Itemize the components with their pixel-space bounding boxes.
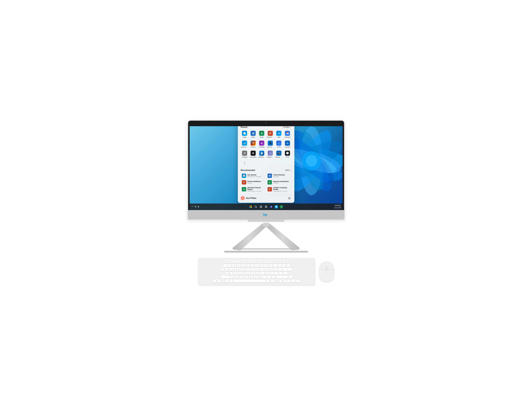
key-comma[interactable]: ,	[263, 275, 266, 279]
key-g[interactable]: G	[251, 271, 256, 275]
key-ctrl-left[interactable]: Ctrl	[213, 279, 220, 283]
more-button[interactable]: More ›	[284, 169, 291, 171]
rec-adatum[interactable]: P Adatum Company Profile Yesterday at 1:…	[266, 186, 291, 193]
key-space[interactable]	[233, 279, 266, 283]
mouse[interactable]	[319, 262, 334, 282]
key-x[interactable]: X	[235, 275, 239, 279]
rec-expense[interactable]: X Expense Worksheet 12h ago	[266, 179, 291, 185]
key-backspace[interactable]: ⌫	[282, 264, 290, 267]
key-c[interactable]: C	[240, 275, 244, 279]
user-info[interactable]: SP Sara Philips	[241, 196, 256, 200]
key-n[interactable]: N	[253, 275, 257, 279]
key-f10[interactable]: F10	[270, 260, 275, 263]
app-snipping[interactable]: ✂ Snipping Tool	[266, 150, 274, 159]
key-quote[interactable]: '	[279, 271, 283, 275]
key-t[interactable]: T	[246, 268, 250, 271]
taskbar-app-pinned[interactable]: X	[279, 205, 283, 209]
key-f[interactable]: F	[247, 271, 251, 275]
app-onenote[interactable]: N OneNote	[258, 140, 266, 149]
key-f4[interactable]: F4	[243, 260, 247, 263]
power-button[interactable]: ⏻	[287, 196, 291, 200]
key-fn[interactable]: Fn	[275, 279, 278, 283]
key-r[interactable]: R	[242, 268, 246, 271]
key-q[interactable]: Q	[228, 268, 232, 271]
systray-wifi[interactable]	[194, 205, 197, 208]
key-4[interactable]: 4	[241, 264, 245, 267]
key-m[interactable]: M	[258, 275, 262, 279]
key-f2[interactable]: F2	[234, 260, 238, 263]
key-f8[interactable]: F8	[261, 260, 265, 263]
key-slash[interactable]: /	[272, 275, 276, 279]
key-z[interactable]: Z	[230, 275, 235, 279]
rec-payroll[interactable]: X Quarterly Payroll Report Yesterday at …	[241, 186, 266, 193]
key-f3[interactable]: F3	[239, 260, 242, 263]
rec-travel[interactable]: W Travel Itinerary 17m ago	[266, 173, 291, 179]
key-equals[interactable]: =	[278, 264, 282, 267]
key-f6[interactable]: F6	[252, 260, 256, 263]
app-calendar[interactable]: 📅 Calendar	[283, 130, 291, 139]
taskbar-widgets-button[interactable]	[264, 205, 268, 209]
all-apps-button[interactable]: All apps ›	[282, 126, 291, 128]
key-down[interactable]: ↓	[291, 279, 296, 283]
app-calculator[interactable]: 🖩 Calculator	[249, 150, 257, 159]
key-minus[interactable]: -	[273, 264, 277, 267]
more-apps-dots[interactable]	[241, 160, 249, 167]
key-1[interactable]: 1	[228, 264, 231, 267]
key-h[interactable]: H	[256, 271, 260, 275]
key-left[interactable]: ←	[287, 279, 291, 283]
app-movies[interactable]: 🎬 Movies & TV	[275, 150, 283, 159]
key-p[interactable]: P	[269, 268, 273, 271]
app-mail[interactable]: ✉ Mail	[275, 130, 283, 139]
key-f5[interactable]: F5	[248, 260, 252, 263]
app-msstore[interactable]: 🛍 Microsoft Store	[241, 140, 249, 149]
key-f1[interactable]: F1	[229, 260, 233, 263]
taskbar-datetime[interactable]: 10/20/21 11:11 AM	[334, 205, 341, 209]
app-powerpoint[interactable]: P PowerPoint	[266, 130, 274, 139]
key-9[interactable]: 9	[264, 264, 268, 267]
taskbar-search-button[interactable]	[254, 205, 258, 209]
key-rbracket[interactable]: ]	[278, 268, 282, 271]
key-alt-right[interactable]: Alt	[267, 279, 274, 283]
key-f9[interactable]: F9	[266, 260, 270, 263]
key-d[interactable]: D	[242, 271, 246, 275]
key-8[interactable]: 8	[259, 264, 263, 267]
key-period[interactable]: .	[267, 275, 271, 279]
key-v[interactable]: V	[244, 275, 248, 279]
taskbar-edge-pinned[interactable]	[274, 205, 278, 209]
key-e[interactable]: E	[237, 268, 241, 271]
key-win[interactable]: ⊞	[221, 279, 225, 283]
key-backslash[interactable]: \	[283, 271, 287, 275]
key-tab[interactable]: Tab	[221, 268, 228, 271]
key-y[interactable]: Y	[251, 268, 255, 271]
app-linkedin[interactable]: in LinkedIn	[283, 140, 291, 149]
key-ctrl-right[interactable]: Ctrl	[279, 279, 286, 283]
key-3[interactable]: 3	[236, 264, 241, 267]
key-up[interactable]: ↑	[288, 275, 292, 279]
key-l[interactable]: L	[270, 271, 274, 275]
app-yourphone[interactable]: 📱 Your Phone	[266, 140, 274, 149]
app-settings[interactable]: ⚙ Settings	[241, 150, 249, 159]
key-right[interactable]: →	[296, 279, 300, 283]
key-alt-left[interactable]: Alt	[225, 279, 233, 283]
app-word[interactable]: W Word	[249, 130, 257, 139]
key-del[interactable]: Del	[284, 260, 288, 263]
key-shift-left[interactable]: ⇧	[221, 275, 230, 279]
key-w[interactable]: W	[233, 268, 236, 271]
key-semicolon[interactable]: ;	[274, 271, 278, 275]
key-f7[interactable]: F7	[257, 260, 261, 263]
rec-brand[interactable]: P Brand Guidelines 2h ago	[241, 179, 266, 185]
taskbar-windows-button[interactable]	[249, 205, 253, 209]
key-6[interactable]: 6	[250, 264, 254, 267]
app-excel[interactable]: X Excel	[258, 130, 266, 139]
systray-chevron[interactable]: ^	[191, 205, 194, 208]
key-shift-right[interactable]: ⇧	[276, 275, 288, 279]
key-esc[interactable]: Esc	[225, 260, 229, 263]
taskbar-chat-button[interactable]	[269, 205, 273, 209]
key-u[interactable]: U	[255, 268, 259, 271]
key-s[interactable]: S	[238, 271, 242, 275]
key-b[interactable]: B	[249, 275, 253, 279]
key-2[interactable]: 2	[232, 264, 236, 267]
app-whiteboard[interactable]: 📋 Whiteboard	[258, 150, 266, 159]
key-f11[interactable]: F11	[275, 260, 279, 263]
key-0[interactable]: 0	[269, 264, 272, 267]
